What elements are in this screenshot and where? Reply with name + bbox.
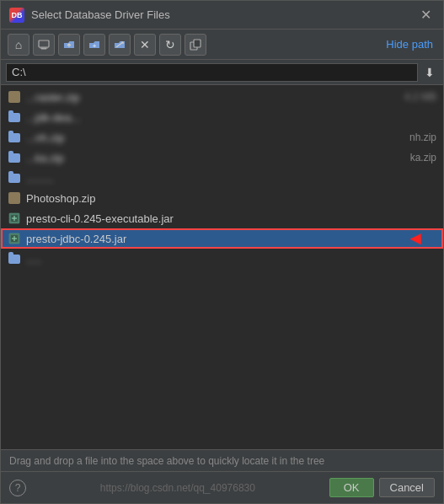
folder-icon	[8, 252, 21, 265]
hint-bar: Drag and drop a file into the space abov…	[1, 449, 443, 471]
file-name: ...jdk-dea...	[26, 111, 80, 124]
list-item[interactable]: ...raster.zip 4.2 MB	[1, 87, 443, 107]
list-item[interactable]: presto-jdbc-0.245.jar ◄	[1, 228, 443, 249]
jar-icon	[8, 212, 21, 225]
list-item[interactable]: presto-cli-0.245-executable.jar	[1, 208, 443, 228]
footer-buttons: OK Cancel	[329, 478, 435, 497]
file-name: presto-jdbc-0.245.jar	[26, 233, 126, 245]
close-button[interactable]: ✕	[417, 7, 435, 24]
file-name: .....	[26, 253, 41, 265]
dialog-window: DB Select Database Driver Files ✕ ⌂ +	[0, 0, 444, 504]
title-bar-left: DB Select Database Driver Files	[9, 8, 170, 23]
folder-up-button[interactable]	[58, 34, 80, 56]
footer-left: ?	[9, 480, 26, 496]
svg-rect-5	[194, 40, 201, 47]
footer: ? https://blog.csdn.net/qq_40976830 OK C…	[1, 471, 443, 503]
folder-link-button[interactable]	[109, 34, 131, 56]
list-item[interactable]: .........	[1, 168, 443, 188]
file-area[interactable]: ...raster.zip 4.2 MB ...jdk-dea... ...nh…	[1, 85, 443, 449]
help-button[interactable]: ?	[9, 480, 26, 496]
hide-path-button[interactable]: Hide path	[382, 36, 436, 52]
list-item[interactable]: Photoshop.zip	[1, 188, 443, 208]
refresh-button[interactable]: ↻	[159, 34, 181, 56]
app-icon: DB	[9, 8, 24, 23]
file-name: ...nh.zip	[26, 131, 65, 144]
zip-icon	[8, 90, 21, 104]
download-button[interactable]: ⬇	[421, 64, 438, 81]
jar-icon	[8, 232, 21, 245]
file-size: nh.zip	[409, 131, 436, 143]
watermark-text: https://blog.csdn.net/qq_40976830	[100, 482, 255, 494]
list-item[interactable]: ...ka.zip ka.zip	[1, 147, 443, 168]
ok-button[interactable]: OK	[329, 478, 374, 497]
new-folder-button[interactable]: +	[83, 34, 105, 56]
folder-icon	[8, 151, 21, 164]
dialog-title: Select Database Driver Files	[31, 8, 170, 21]
file-name: ...raster.zip	[26, 91, 80, 104]
zip-icon	[8, 191, 21, 205]
list-item[interactable]: .....	[1, 249, 443, 269]
folder-icon	[8, 131, 21, 144]
file-size: ka.zip	[410, 152, 436, 164]
copy-button[interactable]	[185, 34, 206, 56]
path-bar: ⬇	[1, 60, 443, 85]
file-name: presto-cli-0.245-executable.jar	[26, 212, 174, 225]
file-list: ...raster.zip 4.2 MB ...jdk-dea... ...nh…	[1, 85, 443, 271]
file-name: .........	[26, 172, 54, 185]
computer-button[interactable]	[33, 34, 55, 56]
file-name: Photoshop.zip	[26, 192, 95, 205]
title-bar: DB Select Database Driver Files ✕	[1, 1, 443, 29]
svg-rect-0	[39, 40, 49, 47]
delete-button[interactable]: ✕	[134, 34, 156, 56]
folder-icon	[8, 171, 21, 185]
list-item[interactable]: ...jdk-dea...	[1, 107, 443, 127]
list-item[interactable]: ...nh.zip nh.zip	[1, 127, 443, 147]
folder-icon	[8, 110, 21, 124]
home-button[interactable]: ⌂	[8, 34, 29, 56]
cancel-button[interactable]: Cancel	[379, 478, 435, 497]
file-name: ...ka.zip	[26, 152, 64, 164]
hint-text: Drag and drop a file into the space abov…	[9, 455, 324, 467]
red-arrow-annotation: ◄	[406, 229, 425, 248]
file-size: 4.2 MB	[404, 91, 436, 103]
toolbar: ⌂ + ✕ ↻	[1, 29, 443, 60]
svg-text:+: +	[93, 42, 97, 50]
path-input[interactable]	[6, 63, 418, 82]
